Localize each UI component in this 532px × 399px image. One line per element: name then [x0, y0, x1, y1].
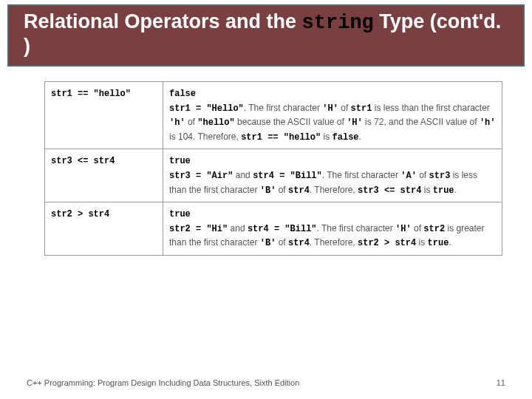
page-number: 11	[497, 378, 505, 387]
expression: str2 > str4	[51, 209, 109, 219]
title-mono: string	[302, 12, 374, 34]
table-row: str3 <= str4 true str3 = "Air" and str4 …	[45, 149, 502, 202]
table-row: str2 > str4 true str2 = "Hi" and str4 = …	[45, 202, 502, 256]
title-prefix: Relational Operators and the	[24, 10, 302, 33]
result: false	[169, 89, 196, 99]
footer-text: C++ Programming: Program Design Includin…	[27, 378, 299, 387]
explanation-cell: true str2 = "Hi" and str4 = "Bill". The …	[163, 202, 502, 256]
result: true	[169, 156, 191, 166]
expression: str1 == "hello"	[51, 89, 131, 99]
slide-title: Relational Operators and the string Type…	[7, 4, 525, 66]
comparison-table: str1 == "hello" false str1 = "Hello". Th…	[44, 81, 502, 256]
slide-footer: C++ Programming: Program Design Includin…	[0, 378, 532, 387]
table-row: str1 == "hello" false str1 = "Hello". Th…	[45, 82, 502, 149]
explanation-cell: true str3 = "Air" and str4 = "Bill". The…	[163, 149, 502, 202]
result: true	[169, 209, 191, 219]
expression: str3 <= str4	[51, 156, 115, 166]
explanation-cell: false str1 = "Hello". The first characte…	[163, 82, 502, 149]
